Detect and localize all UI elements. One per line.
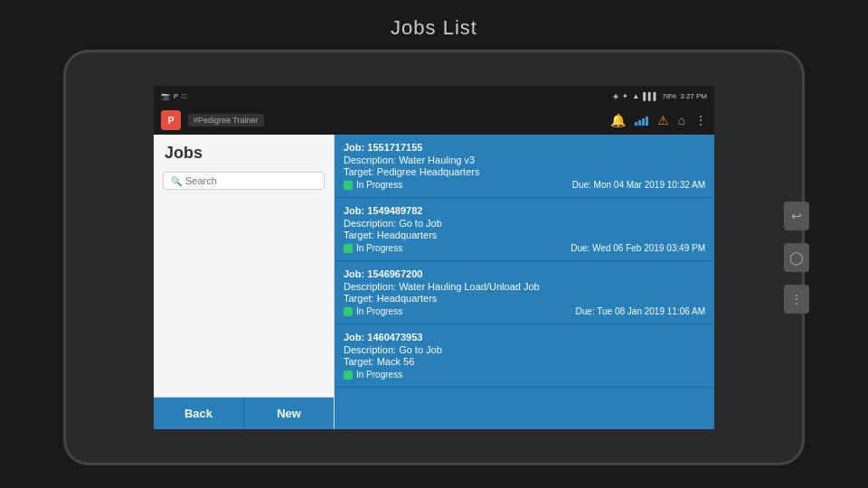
job-status-row: In Progress [344,370,705,380]
job-target: Target: Pedigree Headquarters [344,166,705,177]
menu-button-hardware[interactable]: ⋮ [784,285,809,314]
job-target: Target: Headquarters [344,293,705,304]
screen: 📷 P □ ◈ ✦ ▲ ▌▌▌ 78% 3:27 PM P #Pedigree … [154,86,714,429]
status-p-icon: P [174,92,178,100]
bluetooth-icon: ✦ [622,92,628,100]
search-box[interactable]: 🔍 [163,172,325,190]
status-label: In Progress [356,180,402,190]
status-right-info: ◈ ✦ ▲ ▌▌▌ 78% 3:27 PM [613,92,707,100]
app-name-tag: #Pedigree Trainer [188,114,264,127]
left-spacer [154,197,334,397]
clock: 3:27 PM [680,92,707,100]
status-left-icons: 📷 P □ [161,92,186,100]
status-label: In Progress [356,306,402,316]
jobs-list: Job: 1551717155 Description: Water Hauli… [335,135,714,429]
back-button[interactable]: Back [154,398,244,429]
job-item[interactable]: Job: 1546967200 Description: Water Hauli… [335,261,714,324]
bar1 [635,122,637,126]
status-dot [344,371,353,380]
bar2 [638,120,641,126]
home-button-hardware[interactable]: ◯ [784,243,809,272]
left-panel: Jobs 🔍 Back New [154,135,335,429]
signal-bars [635,115,648,126]
app-logo: P [161,110,181,130]
status-dot [344,244,353,253]
camera-icon: 📷 [161,92,170,100]
due-date: Due: Tue 08 Jan 2019 11:06 AM [576,306,705,316]
job-number: Job: 1551717155 [344,142,705,153]
gps-icon: ◈ [613,92,618,100]
job-status-row: In Progress Due: Tue 08 Jan 2019 11:06 A… [344,306,705,316]
panel-title: Jobs [154,135,334,168]
status-bar: 📷 P □ ◈ ✦ ▲ ▌▌▌ 78% 3:27 PM [154,86,714,106]
status-dot [344,307,353,316]
content-area: Jobs 🔍 Back New Job: 1551717155 Descript… [154,135,714,429]
job-number: Job: 1460473953 [344,332,705,343]
bottom-buttons: Back New [154,397,334,429]
job-item[interactable]: Job: 1460473953 Description: Go to Job T… [335,324,714,388]
job-target: Target: Headquarters [344,230,705,240]
notification-icon[interactable]: 🔔 [610,113,626,127]
job-item[interactable]: Job: 1549489782 Description: Go to Job T… [335,198,714,261]
search-icon: 🔍 [171,176,182,186]
bar4 [646,117,648,126]
status-badge: In Progress [344,306,402,316]
job-number: Job: 1546967200 [344,268,705,279]
due-date: Due: Wed 06 Feb 2019 03:49 PM [571,243,705,253]
home-icon[interactable]: ⌂ [678,113,685,127]
signal-icon: ▌▌▌ [643,92,658,100]
status-square-icon: □ [182,92,186,100]
status-dot [344,181,353,190]
new-button[interactable]: New [244,398,334,429]
status-label: In Progress [356,370,402,380]
status-badge: In Progress [344,243,402,253]
status-badge: In Progress [344,180,402,190]
job-number: Job: 1549489782 [344,205,705,216]
search-input[interactable] [185,175,316,186]
job-description: Description: Go to Job [344,344,705,355]
job-description: Description: Go to Job [344,218,705,229]
status-label: In Progress [356,243,402,253]
wifi-icon: ▲ [632,92,639,100]
back-button-hardware[interactable]: ↩ [784,202,809,230]
job-description: Description: Water Hauling Load/Unload J… [344,281,705,292]
app-bar-icons: 🔔 ⚠ ⌂ ⋮ [610,113,707,127]
page-title: Jobs List [391,16,477,40]
battery-level: 78% [662,92,676,100]
due-date: Due: Mon 04 Mar 2019 10:32 AM [572,180,705,190]
warning-icon[interactable]: ⚠ [657,113,669,127]
job-target: Target: Mack 56 [344,356,705,367]
job-description: Description: Water Hauling v3 [344,155,705,165]
job-status-row: In Progress Due: Mon 04 Mar 2019 10:32 A… [344,180,705,190]
app-bar: P #Pedigree Trainer 🔔 ⚠ ⌂ ⋮ [154,106,714,135]
status-badge: In Progress [344,370,402,380]
more-options-icon[interactable]: ⋮ [694,113,707,127]
job-item[interactable]: Job: 1551717155 Description: Water Hauli… [335,135,714,198]
bar3 [642,118,645,126]
side-buttons: ↩ ◯ ⋮ [784,202,809,314]
job-status-row: In Progress Due: Wed 06 Feb 2019 03:49 P… [344,243,705,253]
tablet-shell: ↩ ◯ ⋮ 📷 P □ ◈ ✦ ▲ ▌▌▌ 78% 3:27 PM P #Ped… [63,50,805,465]
